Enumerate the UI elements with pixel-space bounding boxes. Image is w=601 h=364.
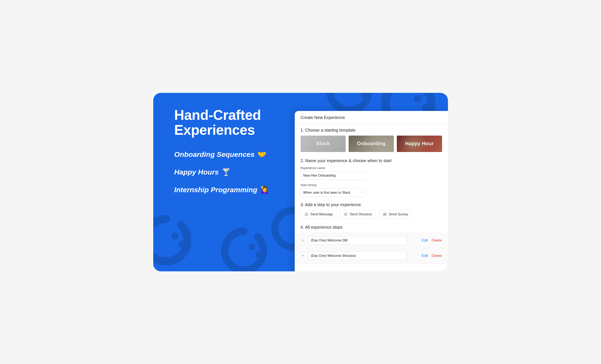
send-survey-button[interactable]: Send Survey <box>379 210 412 219</box>
section-name-title: 2. Name your experience & choose when to… <box>300 158 442 163</box>
section-choose-template-title: 1. Choose a starting template <box>300 128 442 133</box>
raising-hand-icon: 🙋‍♀️ <box>260 185 269 194</box>
feature-onboarding: Onboarding Sequences 🤝 <box>174 150 283 159</box>
feature-list: Onboarding Sequences 🤝 Happy Hours 🍸 Int… <box>174 150 283 194</box>
step-row: Edit Delete <box>295 248 448 263</box>
chat-icon <box>305 212 308 216</box>
experience-name-label: Experience name <box>300 166 442 170</box>
start-timing-label: Start timing <box>300 183 442 187</box>
svg-rect-14 <box>383 213 386 216</box>
feature-happy-hours: Happy Hours 🍸 <box>174 168 283 176</box>
feature-internship: Internship Programming 🙋‍♀️ <box>174 185 283 194</box>
experience-name-input[interactable] <box>300 171 365 180</box>
step-name-input[interactable] <box>308 236 407 245</box>
step-name-input[interactable] <box>308 252 407 260</box>
edit-square-icon <box>383 212 387 216</box>
panel-title: Create New Experience <box>295 111 448 124</box>
section-add-step-title: 3. Add a step to your experience <box>300 202 442 207</box>
section-all-steps-title: 4. All experience steps <box>300 225 442 230</box>
handshake-icon: 🤝 <box>258 150 266 159</box>
template-happy-hour[interactable]: Happy Hour <box>397 136 442 152</box>
svg-point-11 <box>306 214 306 214</box>
send-message-button[interactable]: Send Message <box>300 210 337 219</box>
edit-step-link[interactable]: Edit <box>422 238 428 243</box>
chevron-right-icon <box>301 239 304 242</box>
create-experience-panel: Create New Experience 1. Choose a starti… <box>295 111 448 271</box>
svg-point-6 <box>414 95 421 103</box>
template-blank[interactable]: Blank <box>300 136 346 152</box>
template-onboarding[interactable]: Onboarding <box>349 136 394 152</box>
heart-icon <box>344 212 348 216</box>
svg-point-7 <box>422 104 429 111</box>
svg-point-9 <box>361 93 367 98</box>
chevron-down-icon <box>301 254 304 257</box>
cocktail-icon: 🍸 <box>222 168 230 176</box>
send-shoutout-button[interactable]: Send Shoutout <box>340 210 376 219</box>
expand-step-button[interactable] <box>300 238 305 243</box>
collapse-step-button[interactable] <box>300 253 305 258</box>
svg-point-13 <box>307 214 307 214</box>
edit-step-link[interactable]: Edit <box>422 254 428 258</box>
delete-step-link[interactable]: Delete <box>431 254 442 258</box>
hero-title: Hand-Crafted Experiences <box>174 108 283 138</box>
step-row: Edit Delete <box>295 233 448 248</box>
start-timing-select[interactable]: When user is first seen in Slack <box>300 188 365 197</box>
delete-step-link[interactable]: Delete <box>431 238 442 243</box>
svg-point-12 <box>306 214 307 214</box>
